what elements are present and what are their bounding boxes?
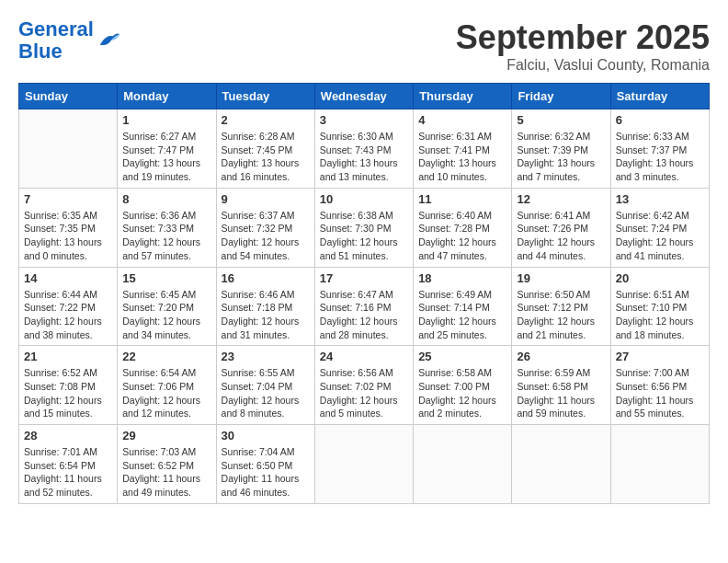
day-info: Sunrise: 6:50 AM Sunset: 7:12 PM Dayligh… [517,288,605,342]
weekday-header-friday: Friday [512,84,610,109]
day-number: 12 [517,192,605,206]
day-info: Sunrise: 6:37 AM Sunset: 7:32 PM Dayligh… [222,209,310,263]
calendar-cell: 10Sunrise: 6:38 AM Sunset: 7:30 PM Dayli… [314,188,413,267]
calendar-cell [19,109,118,189]
calendar-cell: 23Sunrise: 6:55 AM Sunset: 7:04 PM Dayli… [216,346,314,425]
day-info: Sunrise: 6:33 AM Sunset: 7:37 PM Dayligh… [616,130,704,184]
week-row-1: 1Sunrise: 6:27 AM Sunset: 7:47 PM Daylig… [19,109,710,189]
day-info: Sunrise: 6:54 AM Sunset: 7:06 PM Dayligh… [122,366,210,420]
calendar-cell: 21Sunrise: 6:52 AM Sunset: 7:08 PM Dayli… [19,346,118,425]
day-info: Sunrise: 6:44 AM Sunset: 7:22 PM Dayligh… [24,288,112,342]
calendar-cell: 28Sunrise: 7:01 AM Sunset: 6:54 PM Dayli… [19,425,118,504]
calendar-cell: 5Sunrise: 6:32 AM Sunset: 7:39 PM Daylig… [512,109,610,189]
day-number: 1 [122,113,210,127]
calendar-cell: 25Sunrise: 6:58 AM Sunset: 7:00 PM Dayli… [414,346,512,425]
calendar-cell: 16Sunrise: 6:46 AM Sunset: 7:18 PM Dayli… [216,267,314,346]
day-info: Sunrise: 6:46 AM Sunset: 7:18 PM Dayligh… [222,288,310,342]
weekday-header-sunday: Sunday [19,84,118,109]
day-number: 26 [517,350,605,363]
calendar-cell: 27Sunrise: 7:00 AM Sunset: 6:56 PM Dayli… [610,346,709,425]
day-number: 4 [418,113,506,127]
calendar-cell: 12Sunrise: 6:41 AM Sunset: 7:26 PM Dayli… [512,188,610,267]
calendar-cell [314,425,413,504]
calendar-cell: 15Sunrise: 6:45 AM Sunset: 7:20 PM Dayli… [118,267,216,346]
day-number: 2 [222,113,310,127]
day-info: Sunrise: 6:27 AM Sunset: 7:47 PM Dayligh… [122,130,210,184]
day-number: 3 [320,113,408,127]
day-number: 15 [122,271,210,285]
day-number: 11 [418,192,506,206]
weekday-header-tuesday: Tuesday [216,84,314,109]
week-row-4: 21Sunrise: 6:52 AM Sunset: 7:08 PM Dayli… [19,346,710,425]
day-info: Sunrise: 6:51 AM Sunset: 7:10 PM Dayligh… [616,288,704,342]
weekday-header-saturday: Saturday [610,84,709,109]
calendar-cell: 6Sunrise: 6:33 AM Sunset: 7:37 PM Daylig… [610,109,709,189]
day-info: Sunrise: 6:31 AM Sunset: 7:41 PM Dayligh… [418,130,506,184]
logo-bird-icon [96,28,121,53]
day-number: 25 [418,350,506,363]
calendar-cell: 17Sunrise: 6:47 AM Sunset: 7:16 PM Dayli… [314,267,413,346]
day-info: Sunrise: 6:35 AM Sunset: 7:35 PM Dayligh… [24,209,112,263]
day-info: Sunrise: 6:58 AM Sunset: 7:00 PM Dayligh… [418,366,506,420]
week-row-2: 7Sunrise: 6:35 AM Sunset: 7:35 PM Daylig… [19,188,710,267]
day-number: 28 [24,429,112,442]
calendar-cell: 11Sunrise: 6:40 AM Sunset: 7:28 PM Dayli… [414,188,512,267]
day-number: 22 [122,350,210,363]
day-number: 24 [320,350,408,363]
day-info: Sunrise: 7:03 AM Sunset: 6:52 PM Dayligh… [122,445,210,500]
weekday-header-wednesday: Wednesday [314,84,413,109]
calendar-cell: 1Sunrise: 6:27 AM Sunset: 7:47 PM Daylig… [118,109,216,189]
day-info: Sunrise: 6:40 AM Sunset: 7:28 PM Dayligh… [418,209,506,263]
day-info: Sunrise: 6:38 AM Sunset: 7:30 PM Dayligh… [320,209,408,263]
week-row-5: 28Sunrise: 7:01 AM Sunset: 6:54 PM Dayli… [19,425,710,504]
day-number: 19 [517,271,605,285]
day-number: 10 [320,192,408,206]
calendar-cell: 22Sunrise: 6:54 AM Sunset: 7:06 PM Dayli… [118,346,216,425]
day-info: Sunrise: 6:47 AM Sunset: 7:16 PM Dayligh… [320,288,408,342]
day-number: 9 [222,192,310,206]
calendar-cell: 18Sunrise: 6:49 AM Sunset: 7:14 PM Dayli… [414,267,512,346]
page-header: General Blue September 2025 Falciu, Vasl… [18,18,710,74]
day-number: 5 [517,113,605,127]
calendar-cell: 2Sunrise: 6:28 AM Sunset: 7:45 PM Daylig… [216,109,314,189]
calendar-cell: 26Sunrise: 6:59 AM Sunset: 6:58 PM Dayli… [512,346,610,425]
day-number: 16 [222,271,310,285]
calendar-table: SundayMondayTuesdayWednesdayThursdayFrid… [18,83,710,504]
calendar-cell [610,425,709,504]
day-number: 30 [222,429,310,442]
day-number: 6 [616,113,704,127]
title-block: September 2025 Falciu, Vaslui County, Ro… [456,18,710,74]
day-info: Sunrise: 6:36 AM Sunset: 7:33 PM Dayligh… [122,209,210,263]
calendar-cell: 13Sunrise: 6:42 AM Sunset: 7:24 PM Dayli… [610,188,709,267]
calendar-header-row: SundayMondayTuesdayWednesdayThursdayFrid… [19,84,710,109]
day-number: 27 [616,350,704,363]
day-number: 14 [24,271,112,285]
day-info: Sunrise: 6:56 AM Sunset: 7:02 PM Dayligh… [320,366,408,420]
day-info: Sunrise: 6:49 AM Sunset: 7:14 PM Dayligh… [418,288,506,342]
calendar-cell: 9Sunrise: 6:37 AM Sunset: 7:32 PM Daylig… [216,188,314,267]
day-info: Sunrise: 6:59 AM Sunset: 6:58 PM Dayligh… [517,366,605,420]
logo: General Blue [18,18,121,63]
day-info: Sunrise: 6:52 AM Sunset: 7:08 PM Dayligh… [24,366,112,420]
calendar-cell: 20Sunrise: 6:51 AM Sunset: 7:10 PM Dayli… [610,267,709,346]
day-info: Sunrise: 6:55 AM Sunset: 7:04 PM Dayligh… [222,366,310,420]
calendar-cell: 14Sunrise: 6:44 AM Sunset: 7:22 PM Dayli… [19,267,118,346]
calendar-cell [414,425,512,504]
day-info: Sunrise: 6:45 AM Sunset: 7:20 PM Dayligh… [122,288,210,342]
day-info: Sunrise: 7:04 AM Sunset: 6:50 PM Dayligh… [222,445,310,500]
day-number: 18 [418,271,506,285]
day-number: 29 [122,429,210,442]
day-number: 23 [222,350,310,363]
calendar-cell: 7Sunrise: 6:35 AM Sunset: 7:35 PM Daylig… [19,188,118,267]
calendar-cell: 30Sunrise: 7:04 AM Sunset: 6:50 PM Dayli… [216,425,314,504]
month-title: September 2025 [456,18,710,57]
calendar-cell: 8Sunrise: 6:36 AM Sunset: 7:33 PM Daylig… [118,188,216,267]
day-number: 21 [24,350,112,363]
calendar-cell: 24Sunrise: 6:56 AM Sunset: 7:02 PM Dayli… [314,346,413,425]
calendar-cell: 3Sunrise: 6:30 AM Sunset: 7:43 PM Daylig… [314,109,413,189]
logo-text: General Blue [18,18,94,63]
day-info: Sunrise: 6:41 AM Sunset: 7:26 PM Dayligh… [517,209,605,263]
location-text: Falciu, Vaslui County, Romania [456,57,710,74]
calendar-cell: 29Sunrise: 7:03 AM Sunset: 6:52 PM Dayli… [118,425,216,504]
day-number: 13 [616,192,704,206]
